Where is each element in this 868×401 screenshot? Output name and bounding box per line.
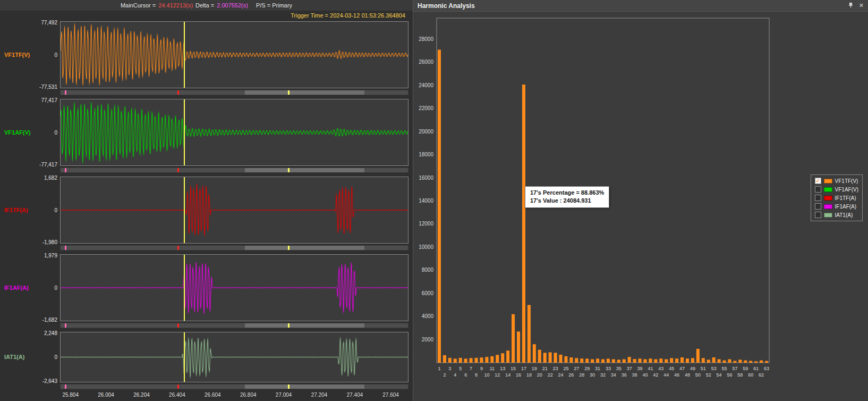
waveform-plot[interactable] <box>60 99 409 166</box>
main-cursor-line[interactable] <box>184 255 185 321</box>
waveform-plot[interactable] <box>60 332 409 382</box>
channel-scroll-line <box>0 323 409 328</box>
harmonic-bar[interactable] <box>639 358 642 363</box>
x-tick-label: 37 <box>627 366 632 371</box>
harmonic-bar[interactable] <box>596 358 599 363</box>
harmonic-bar[interactable] <box>623 359 626 363</box>
harmonic-bar[interactable] <box>612 359 615 363</box>
close-icon[interactable]: ✕ <box>859 3 864 9</box>
harmonic-bar[interactable] <box>512 314 515 363</box>
scrollbar-thumb[interactable] <box>245 90 364 95</box>
waveform-plot[interactable] <box>60 254 409 321</box>
checkbox-unchecked[interactable] <box>815 212 821 218</box>
harmonic-bar[interactable] <box>601 359 605 363</box>
harmonic-bar[interactable] <box>533 344 536 363</box>
harmonic-bar[interactable] <box>628 357 631 363</box>
harmonic-bar[interactable] <box>549 352 552 363</box>
harmonic-bar[interactable] <box>480 357 483 363</box>
harmonic-bar[interactable] <box>443 355 446 363</box>
harmonic-bar[interactable] <box>575 358 578 363</box>
harmonic-bar[interactable] <box>485 357 488 363</box>
harmonic-bar[interactable] <box>559 355 563 363</box>
channel-plot-line: 77,417VF1AF(V)0-77,417 <box>0 99 409 166</box>
harmonic-bar[interactable] <box>569 357 573 363</box>
scrollbar-thumb[interactable] <box>245 323 364 328</box>
harmonic-bar[interactable] <box>564 356 567 363</box>
harmonic-bar[interactable] <box>707 360 710 363</box>
scrollbar-thumb[interactable] <box>245 168 364 172</box>
harmonic-bar[interactable] <box>659 358 662 363</box>
harmonic-bar[interactable] <box>464 358 467 363</box>
harmonic-bar[interactable] <box>696 349 700 363</box>
harmonic-bar[interactable] <box>554 353 557 363</box>
harmonic-bar[interactable] <box>522 85 525 363</box>
harmonic-bar[interactable] <box>733 361 736 363</box>
scrollbar-thumb[interactable] <box>245 246 364 250</box>
harmonic-bar[interactable] <box>718 359 721 363</box>
harmonic-bar[interactable] <box>538 350 541 363</box>
waveform-scrollbar[interactable] <box>60 168 409 173</box>
harmonic-bar[interactable] <box>670 358 673 363</box>
main-cursor-line[interactable] <box>184 177 185 243</box>
legend-item[interactable]: IF1AF(A) <box>815 203 858 210</box>
harmonic-bar[interactable] <box>665 359 668 363</box>
harmonic-bar[interactable] <box>475 358 478 363</box>
checkbox-checked[interactable]: ✓ <box>815 178 821 184</box>
harmonic-bar[interactable] <box>459 358 462 363</box>
legend-item[interactable]: IF1TF(A) <box>815 195 858 201</box>
harmonic-bar[interactable] <box>744 361 747 363</box>
waveform-scrollbar[interactable] <box>60 323 409 328</box>
pin-icon[interactable] <box>848 2 854 9</box>
harmonic-bar[interactable] <box>591 359 594 363</box>
main-cursor-line[interactable] <box>184 332 185 382</box>
harmonic-bar[interactable] <box>543 353 547 363</box>
harmonic-bar[interactable] <box>691 358 694 363</box>
waveform-scrollbar[interactable] <box>60 245 409 250</box>
harmonic-bar[interactable] <box>496 355 499 363</box>
legend-item[interactable]: VF1AF(V) <box>815 186 858 193</box>
harmonic-bar[interactable] <box>580 358 583 363</box>
harmonic-bar[interactable] <box>686 358 689 363</box>
harmonic-bar[interactable] <box>760 361 763 363</box>
waveform-plot[interactable] <box>60 21 409 88</box>
harmonic-bar[interactable] <box>643 359 646 363</box>
checkbox-unchecked[interactable] <box>815 186 821 193</box>
harmonic-bar[interactable] <box>633 359 636 363</box>
harmonic-bar[interactable] <box>749 361 752 363</box>
harmonic-bar[interactable] <box>654 359 657 363</box>
main-cursor-line[interactable] <box>184 22 185 88</box>
main-cursor-line[interactable] <box>184 99 185 165</box>
checkbox-unchecked[interactable] <box>815 195 821 201</box>
cursor-info-bar: MainCursor = 24.412213(s) Delta = 2.0075… <box>0 0 413 11</box>
harmonic-bar[interactable] <box>680 357 684 363</box>
harmonic-bar[interactable] <box>448 358 452 363</box>
harmonic-bar[interactable] <box>702 358 705 363</box>
harmonic-bar[interactable] <box>712 357 716 363</box>
harmonic-bar[interactable] <box>506 350 509 363</box>
legend-label: IAT1(A) <box>835 212 853 218</box>
waveform-scrollbar[interactable] <box>60 384 409 389</box>
waveform-scrollbar[interactable] <box>60 90 409 95</box>
harmonic-bar[interactable] <box>649 358 652 363</box>
harmonic-bar[interactable] <box>501 353 504 363</box>
checkbox-unchecked[interactable] <box>815 203 821 210</box>
harmonic-bar[interactable] <box>738 360 742 363</box>
scrollbar-thumb[interactable] <box>245 385 364 389</box>
harmonic-bar[interactable] <box>438 49 441 363</box>
harmonic-bar[interactable] <box>617 360 620 363</box>
harmonic-bar[interactable] <box>490 356 493 363</box>
harmonic-bar[interactable] <box>527 305 531 363</box>
harmonic-bar[interactable] <box>454 358 457 363</box>
harmonic-bar[interactable] <box>723 361 726 363</box>
harmonic-bar[interactable] <box>754 361 758 363</box>
legend-item[interactable]: IAT1(A) <box>815 212 858 218</box>
legend-item[interactable]: ✓VF1TF(V) <box>815 178 858 184</box>
harmonic-bar[interactable] <box>607 358 610 363</box>
harmonic-bar[interactable] <box>585 358 589 363</box>
harmonic-bar[interactable] <box>517 331 520 363</box>
harmonic-bar[interactable] <box>765 361 768 363</box>
waveform-plot[interactable] <box>60 177 409 244</box>
harmonic-bar[interactable] <box>470 358 473 363</box>
harmonic-bar[interactable] <box>728 359 731 363</box>
harmonic-bar[interactable] <box>675 358 678 363</box>
